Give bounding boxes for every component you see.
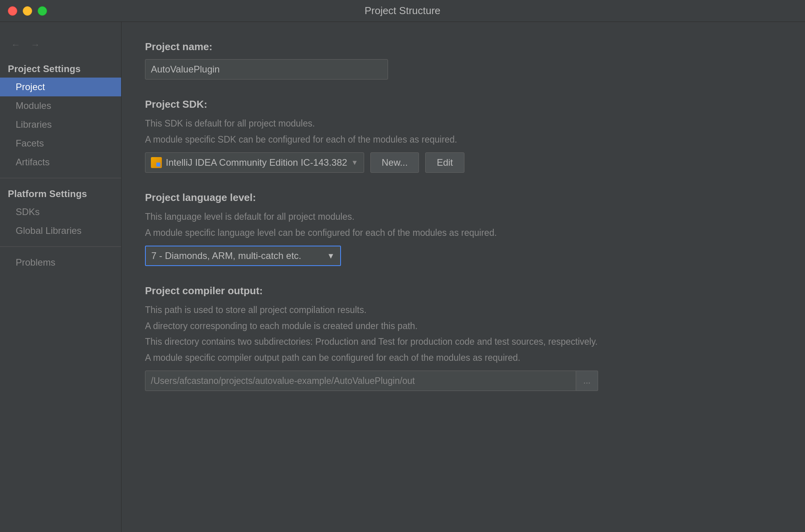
project-lang-section: Project language level: This language le… [145,192,781,266]
sdk-edit-button[interactable]: Edit [425,152,464,173]
compiler-output-label: Project compiler output: [145,285,781,297]
sdk-icon [151,157,162,168]
sdk-dropdown[interactable]: IntelliJ IDEA Community Edition IC-143.3… [145,152,364,173]
sdk-selected-label: IntelliJ IDEA Community Edition IC-143.3… [166,157,347,168]
project-sdk-section: Project SDK: This SDK is default for all… [145,98,781,173]
forward-arrow-icon[interactable]: → [27,38,43,52]
traffic-lights [8,6,47,16]
sidebar-item-global-libraries[interactable]: Global Libraries [0,221,121,240]
platform-settings-header: Platform Settings [0,185,121,203]
project-lang-label: Project language level: [145,192,781,204]
sidebar-item-libraries[interactable]: Libraries [0,115,121,134]
compiler-output-desc2: A directory corresponding to each module… [145,319,781,333]
compiler-output-desc1: This path is used to store all project c… [145,303,781,317]
project-settings-header: Project Settings [0,60,121,78]
sidebar-item-modules[interactable]: Modules [0,96,121,115]
sidebar-nav: ← → Project Settings Project Modules Lib… [0,30,121,276]
project-name-label: Project name: [145,41,781,53]
sidebar-item-sdks[interactable]: SDKs [0,203,121,221]
sidebar-item-problems[interactable]: Problems [0,253,121,272]
titlebar: Project Structure [0,0,805,22]
project-sdk-label: Project SDK: [145,98,781,110]
close-button[interactable] [8,6,17,16]
lang-level-dropdown[interactable]: 7 - Diamonds, ARM, multi-catch etc. ▼ [145,246,341,266]
sdk-new-button[interactable]: New... [370,152,419,173]
main-layout: ← → Project Settings Project Modules Lib… [0,22,805,532]
sidebar-item-facets[interactable]: Facets [0,134,121,153]
sdk-chevron-down-icon: ▼ [351,159,358,167]
maximize-button[interactable] [38,6,47,16]
compiler-output-desc4: A module specific compiler output path c… [145,351,781,365]
sdk-row: IntelliJ IDEA Community Edition IC-143.3… [145,152,781,173]
lang-chevron-down-icon: ▼ [327,252,335,261]
project-name-section: Project name: [145,41,781,80]
project-lang-desc2: A module specific language level can be … [145,226,781,240]
compiler-output-desc3: This directory contains two subdirectori… [145,335,781,349]
window-title: Project Structure [364,5,441,17]
sidebar-item-project[interactable]: Project [0,78,121,96]
sidebar-divider [0,178,121,178]
project-lang-desc1: This language level is default for all p… [145,210,781,224]
compiler-output-input[interactable] [145,371,576,391]
nav-back-forward: ← → [0,34,121,56]
content-area: Project name: Project SDK: This SDK is d… [121,22,805,532]
project-sdk-desc2: A module specific SDK can be configured … [145,133,781,147]
project-name-input[interactable] [145,59,388,80]
compiler-output-section: Project compiler output: This path is us… [145,285,781,391]
back-arrow-icon[interactable]: ← [8,38,24,52]
sidebar-divider-2 [0,246,121,247]
sidebar-item-artifacts[interactable]: Artifacts [0,153,121,172]
project-sdk-desc1: This SDK is default for all project modu… [145,117,781,130]
compiler-output-row: ... [145,371,781,391]
sidebar: ← → Project Settings Project Modules Lib… [0,22,121,532]
lang-selected-label: 7 - Diamonds, ARM, multi-catch etc. [151,250,301,261]
minimize-button[interactable] [23,6,32,16]
browse-button[interactable]: ... [576,371,598,391]
